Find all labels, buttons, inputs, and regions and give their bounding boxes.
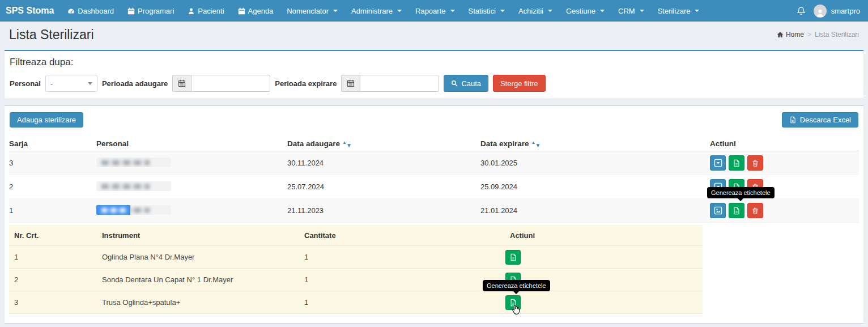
nav-label: Rapoarte — [415, 7, 445, 15]
clear-filters-label: Sterge filtre — [500, 79, 538, 88]
toolbar: Adauga sterilizare Descarca Excel — [5, 106, 863, 128]
calendar-icon — [127, 7, 135, 15]
trash-icon — [751, 207, 759, 215]
chevron-down-icon — [333, 10, 338, 12]
add-sterilization-label: Adauga sterilizare — [17, 116, 76, 124]
expand-details-button[interactable] — [710, 155, 726, 171]
picture-square-icon — [714, 206, 722, 215]
dashboard-icon — [67, 7, 75, 15]
perioada-expirare-input[interactable] — [360, 75, 439, 92]
chevron-down-icon — [397, 10, 402, 12]
delete-button[interactable] — [747, 155, 763, 171]
sterilization-list-panel: Adauga sterilizare Descarca Excel Sarja … — [5, 105, 863, 323]
user-silhouette-icon — [815, 8, 825, 18]
generate-labels-button[interactable] — [729, 203, 744, 218]
nr-cell: 3 — [14, 298, 102, 307]
nav-nomenclator[interactable]: Nomenclator — [280, 0, 344, 22]
personal-cell — [96, 205, 287, 216]
redacted-name — [96, 158, 171, 167]
download-excel-button[interactable]: Descarca Excel — [782, 112, 858, 128]
breadcrumb-home-label: Home — [786, 31, 804, 39]
subtable-row: 2 Sonda Dentara Un Capat N° 1 Dr.Mayer 1 — [9, 269, 703, 291]
filter-heading: Filtreaza dupa: — [10, 57, 858, 68]
nav-sterilizare[interactable]: Sterilizare — [651, 0, 707, 22]
nav-agenda[interactable]: Agenda — [231, 0, 280, 22]
generate-labels-button[interactable] — [505, 295, 521, 310]
add-sterilization-button[interactable]: Adauga sterilizare — [10, 112, 83, 128]
sort-desc-icon[interactable]: ▼ — [535, 142, 541, 148]
redacted-name — [96, 181, 171, 191]
calendar-addon — [172, 75, 191, 92]
chevron-down-icon — [450, 10, 455, 12]
sort-desc-icon[interactable]: ▼ — [346, 142, 352, 148]
nav-programari[interactable]: Programari — [121, 0, 181, 22]
pdf-file-icon — [733, 207, 741, 215]
user-icon — [188, 7, 195, 15]
personal-select[interactable]: - — [45, 75, 97, 92]
nav-items: Dashboard Programari Pacienti Agenda Nom… — [61, 0, 706, 22]
instrument-cell: Oglinda Plana N°4 Dr.Mayer — [102, 253, 304, 261]
nav-gestiune[interactable]: Gestiune — [559, 0, 611, 22]
row-actions — [710, 203, 859, 218]
table-row: 1 21.11.2023 21.01.2024 — [9, 199, 859, 223]
user-menu[interactable]: smartpro — [814, 5, 860, 18]
personal-select-value: - — [50, 79, 53, 88]
perioada-adaugare-group — [172, 75, 270, 92]
nav-label: Gestiune — [566, 7, 595, 15]
brand[interactable]: SPS Stoma — [0, 0, 61, 22]
pdf-file-icon — [509, 299, 517, 307]
sort-control[interactable]: ▲▼ — [531, 142, 541, 148]
search-icon — [451, 80, 458, 87]
sort-control[interactable]: ▲▼ — [342, 142, 352, 148]
nav-label: Nomenclator — [287, 7, 329, 15]
col-nr-crt: Nr. Crt. — [14, 231, 102, 240]
nav-administrare[interactable]: Administrare — [344, 0, 409, 22]
sarja-cell: 1 — [9, 206, 96, 215]
caret-square-icon — [714, 159, 722, 167]
redacted-name — [96, 205, 171, 215]
nav-pacienti[interactable]: Pacienti — [181, 0, 231, 22]
breadcrumb-separator: > — [807, 31, 811, 39]
instrument-cell: Trusa Oglinda+spatula+ — [102, 298, 304, 307]
data-expirare-cell: 30.01.2025 — [480, 159, 710, 167]
sarja-cell: 2 — [9, 182, 96, 191]
data-adaugare-cell: 25.07.2024 — [287, 182, 480, 191]
perioada-adaugare-input[interactable] — [191, 75, 270, 92]
col-personal: Personal — [96, 139, 287, 148]
sarja-cell: 3 — [9, 159, 96, 167]
calendar-icon — [238, 7, 245, 15]
search-button[interactable]: Cauta — [444, 75, 488, 92]
perioada-expirare-label: Perioada expirare — [275, 79, 337, 88]
data-adaugare-cell: 21.11.2023 — [287, 206, 480, 215]
row-actions — [710, 155, 859, 171]
sterilization-table: Sarja Personal Data adaugare▲▼ Data expi… — [5, 137, 863, 223]
data-adaugare-cell: 30.11.2024 — [287, 159, 480, 167]
subtable-row: 1 Oglinda Plana N°4 Dr.Mayer 1 — [9, 246, 703, 269]
avatar — [814, 5, 827, 18]
notifications-button[interactable] — [797, 6, 806, 15]
cantitate-cell: 1 — [304, 275, 510, 284]
subtable-header-row: Nr. Crt. Instrument Cantitate Actiuni — [9, 225, 703, 246]
perioada-adaugare-label: Perioada adaugare — [102, 79, 168, 88]
page-title: Lista Sterilizari — [9, 27, 94, 43]
nr-cell: 1 — [14, 253, 102, 261]
trash-icon — [751, 159, 759, 167]
nav-dashboard[interactable]: Dashboard — [61, 0, 121, 22]
personal-label: Personal — [10, 79, 41, 88]
table-row: 3 30.11.2024 30.01.2025 — [9, 151, 859, 175]
nav-label: Administrare — [351, 7, 393, 15]
nav-achizitii[interactable]: Achizitii — [512, 0, 559, 22]
delete-button[interactable] — [747, 203, 763, 218]
clear-filters-button[interactable]: Sterge filtre — [493, 75, 545, 92]
generate-labels-button[interactable] — [729, 155, 744, 171]
col-data-adaugare: Data adaugare▲▼ — [287, 139, 480, 148]
filter-panel: Filtreaza dupa: Personal - Perioada adau… — [5, 50, 863, 99]
pdf-file-icon — [509, 253, 517, 261]
nav-rapoarte[interactable]: Rapoarte — [409, 0, 461, 22]
breadcrumb-home[interactable]: Home — [777, 31, 804, 39]
personal-cell — [96, 158, 287, 169]
expand-details-button[interactable] — [710, 203, 726, 218]
generate-labels-button[interactable] — [505, 250, 521, 265]
nav-statistici[interactable]: Statistici — [462, 0, 512, 22]
nav-crm[interactable]: CRM — [611, 0, 651, 22]
